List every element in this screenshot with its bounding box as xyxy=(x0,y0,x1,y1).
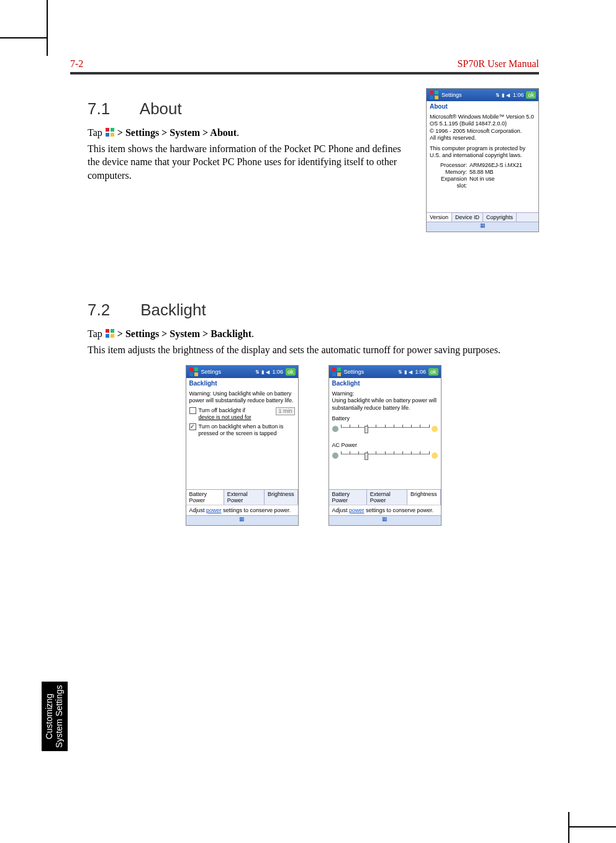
bulb-high-icon xyxy=(432,453,438,459)
screenshot-backlight-battery: Settings ⇅ ▮ ◀ 1:06 ok Backlight Warning… xyxy=(186,365,299,526)
ppc-titlebar: Settings ⇅ ▮ ◀ 1:06 ok xyxy=(427,89,538,101)
start-icon xyxy=(105,127,115,137)
bulb-low-icon xyxy=(332,426,338,432)
sip-keyboard-bar[interactable]: ▦ xyxy=(329,515,441,525)
svg-rect-16 xyxy=(332,367,336,371)
about-line: This computer program is protected by U.… xyxy=(430,145,535,160)
svg-rect-8 xyxy=(106,329,109,333)
clock: 1:06 xyxy=(272,369,283,375)
svg-rect-3 xyxy=(111,133,114,137)
tab-strip: Battery Power External Power Brightness xyxy=(329,489,441,505)
page-header: 7-2 SP70R User Manual xyxy=(70,58,539,72)
tab-battery-power[interactable]: Battery Power xyxy=(329,490,367,505)
hint-a: Adjust xyxy=(332,507,350,513)
title-text: Settings xyxy=(201,369,222,375)
ppc-titlebar: Settings ⇅ ▮ ◀ 1:06 ok xyxy=(329,366,441,378)
tap-prefix: Tap xyxy=(88,127,105,138)
screen-subtitle: Backlight xyxy=(186,378,298,389)
tap-line-backlight: Tap > Settings > System > Backlight. xyxy=(88,327,539,341)
screen-subtitle: Backlight xyxy=(329,378,441,389)
tab-copyrights[interactable]: Copyrights xyxy=(483,213,517,222)
warning-label: Warning: xyxy=(332,390,438,397)
tab-battery-power[interactable]: Battery Power xyxy=(186,490,224,505)
crop-mark xyxy=(0,37,47,38)
tab-strip: Battery Power External Power Brightness xyxy=(186,489,298,505)
screen-subtitle: About xyxy=(427,101,538,112)
tap-prefix: Tap xyxy=(88,328,105,339)
start-icon xyxy=(189,367,199,377)
svg-rect-7 xyxy=(435,96,438,99)
crop-mark xyxy=(568,812,569,843)
exp-value: Not in use xyxy=(469,176,495,190)
heading-number: 7.1 xyxy=(88,99,136,119)
screenshot-backlight-brightness: Settings ⇅ ▮ ◀ 1:06 ok Backlight Warning… xyxy=(328,365,442,526)
warning-text: Warning: Using backlight while on batter… xyxy=(189,390,295,405)
svg-rect-19 xyxy=(337,372,341,376)
tap-suffix: . xyxy=(251,328,254,339)
svg-rect-18 xyxy=(332,372,336,376)
svg-rect-6 xyxy=(430,96,433,99)
sip-keyboard-bar[interactable]: ▦ xyxy=(427,222,538,232)
side-tab-line1: Customizng xyxy=(45,693,55,739)
timeout-select[interactable]: 1 min xyxy=(276,407,294,415)
page-number: 7-2 xyxy=(70,58,83,70)
about-line: OS 5.1.195 (Build 14847.2.0.0) xyxy=(430,120,535,127)
tab-strip: Version Device ID Copyrights xyxy=(427,212,538,222)
svg-rect-1 xyxy=(111,128,114,132)
about-line: © 1996 - 2005 Microsoft Corporation. xyxy=(430,128,535,135)
tap-line-about: Tap > Settings > System > About. xyxy=(88,126,409,140)
svg-rect-17 xyxy=(337,367,341,371)
side-chapter-tab: Customizng System Settings xyxy=(42,682,68,751)
battery-slider[interactable] xyxy=(341,427,429,436)
title-text: Settings xyxy=(442,92,462,98)
mem-label: Memory: xyxy=(430,169,469,176)
svg-rect-5 xyxy=(435,91,438,94)
tab-brightness[interactable]: Brightness xyxy=(407,490,441,505)
section-heading-backlight: 7.2 Backlight xyxy=(88,300,539,320)
tap-path: > Settings > System > About xyxy=(117,127,237,138)
side-tab-line2: System Settings xyxy=(55,685,65,747)
screenshot-about: Settings ⇅ ▮ ◀ 1:06 ok About Microsoft® … xyxy=(426,88,539,232)
heading-title: Backlight xyxy=(140,300,206,319)
svg-rect-10 xyxy=(106,334,109,338)
ok-button[interactable]: ok xyxy=(526,91,536,99)
hint-a: Adjust xyxy=(189,507,207,513)
power-link[interactable]: power xyxy=(349,507,365,513)
power-link[interactable]: power xyxy=(206,507,222,513)
checkbox-turnon[interactable]: ✓ xyxy=(189,423,196,430)
ok-button[interactable]: ok xyxy=(428,368,438,376)
section-heading-about: 7.1 About xyxy=(88,99,409,119)
hint-line: Adjust power settings to conserve power. xyxy=(186,505,298,515)
cb2-label: Turn on backlight when a button is press… xyxy=(199,423,295,438)
svg-rect-13 xyxy=(194,367,198,371)
start-icon xyxy=(105,328,115,338)
svg-rect-15 xyxy=(194,372,198,376)
checkbox-turnoff[interactable] xyxy=(189,407,196,414)
tab-external-power[interactable]: External Power xyxy=(224,490,265,505)
hint-line: Adjust power settings to conserve power. xyxy=(329,505,441,515)
svg-rect-11 xyxy=(111,334,114,338)
mem-value: 58.88 MB xyxy=(469,169,494,176)
tap-suffix: . xyxy=(237,127,239,138)
tab-external-power[interactable]: External Power xyxy=(367,490,407,505)
heading-title: About xyxy=(140,99,182,118)
ac-slider[interactable] xyxy=(341,454,429,462)
cb1-label-a: Turn off backlight if xyxy=(199,407,274,414)
about-description: This item shows the hardware information… xyxy=(88,142,409,183)
sip-keyboard-bar[interactable]: ▦ xyxy=(186,515,298,525)
backlight-description: This item adjusts the brightness of the … xyxy=(88,343,539,357)
crop-mark xyxy=(569,826,616,827)
tap-path: > Settings > System > Backlight xyxy=(117,328,251,339)
hint-b: settings to conserve power. xyxy=(222,507,291,513)
tab-device-id[interactable]: Device ID xyxy=(452,213,483,222)
hint-b: settings to conserve power. xyxy=(365,507,434,513)
clock: 1:06 xyxy=(415,369,426,375)
about-line: Microsoft® Windows Mobile™ Version 5.0 xyxy=(430,114,535,120)
tab-brightness[interactable]: Brightness xyxy=(265,490,298,505)
exp-label: Expansion slot: xyxy=(430,176,469,190)
doc-title: SP70R User Manual xyxy=(457,58,539,70)
tab-version[interactable]: Version xyxy=(427,213,452,222)
ac-slider-label: AC Power xyxy=(332,442,438,449)
crop-mark xyxy=(47,0,48,56)
ok-button[interactable]: ok xyxy=(286,368,296,376)
